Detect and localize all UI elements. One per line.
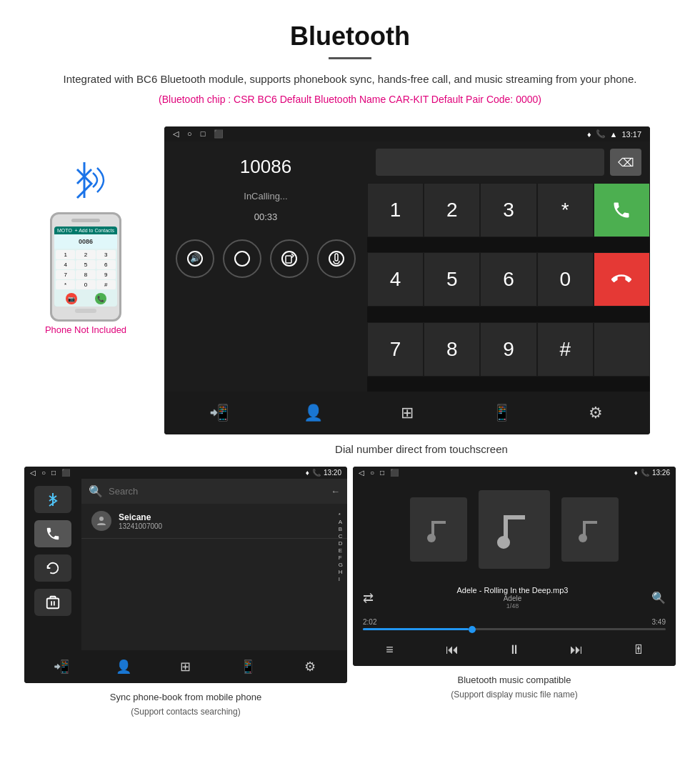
pb-delete-icon[interactable] (34, 589, 71, 616)
pb-phone-icon[interactable] (34, 520, 71, 547)
numpad-grid: 1 2 3 * 4 5 6 0 (367, 183, 650, 392)
bluetooth-specs: (Bluetooth chip : CSR BC6 Default Blueto… (29, 94, 671, 105)
music-time-current: 2:02 (363, 618, 376, 626)
sidebar-bluetooth-icon (44, 491, 61, 508)
music-call: 📞 (641, 469, 649, 477)
nav-menu: ⬛ (214, 129, 224, 139)
music-progress-bar[interactable] (363, 628, 666, 630)
pb-back-arrow[interactable]: ← (331, 486, 340, 497)
pb-contact-name: Seicane (119, 512, 162, 522)
numpad-6[interactable]: 6 (480, 252, 536, 307)
volume-up-icon: + 🔊 (186, 250, 204, 267)
sidebar-refresh-icon (45, 560, 61, 576)
music-equalizer-icon[interactable]: 🎚 (624, 639, 653, 660)
pb-status-bar: ◁ ○ □ ⬛ ♦ 📞 13:20 (24, 467, 347, 479)
music-search-icon[interactable]: 🔍 (651, 591, 666, 605)
pb-bottom-settings[interactable]: ⚙ (296, 656, 324, 677)
numpad-8[interactable]: 8 (424, 322, 480, 377)
dialer-btn-2: 2 (76, 250, 95, 259)
pb-status-right: ♦ 📞 13:20 (306, 469, 341, 477)
volume-up-btn[interactable]: + 🔊 (176, 239, 214, 278)
call-icon: 📞 (596, 129, 606, 139)
call-red-icon (611, 269, 631, 289)
pb-bottom-bar: 📲 👤 ⊞ 📱 ⚙ (24, 650, 347, 683)
music-track-name: Adele - Rolling In the Deep.mp3 (374, 586, 651, 595)
call-red-btn[interactable] (594, 252, 650, 307)
nav-back: ◁ (173, 129, 179, 139)
pb-search-input[interactable] (109, 486, 325, 497)
pb-call: 📞 (312, 469, 321, 477)
alpha-d: D (339, 540, 343, 547)
bottom-dialpad-icon[interactable]: ⊞ (386, 399, 429, 427)
numpad-3[interactable]: 3 (480, 183, 536, 237)
numpad-9[interactable]: 9 (480, 322, 536, 377)
call-green-btn[interactable] (594, 183, 650, 237)
numpad-star[interactable]: * (537, 183, 594, 237)
numpad-1[interactable]: 1 (367, 183, 424, 237)
music-caption-text: Bluetooth music compatible (458, 675, 571, 685)
svg-rect-6 (286, 256, 291, 263)
dial-input-field[interactable] (376, 149, 604, 176)
dial-delete-btn[interactable]: ⌫ (610, 149, 641, 176)
bottom-contact-icon[interactable]: 👤 (291, 399, 334, 427)
bottom-phone-icon[interactable]: 📲 (197, 399, 240, 427)
pb-location: ♦ (306, 469, 309, 477)
dial-caption: Dial number direct from touchscreen (164, 434, 679, 467)
dial-left-panel: 10086 InCalling... 00:33 + 🔊 (164, 141, 367, 392)
numpad-7[interactable]: 7 (367, 322, 424, 377)
dial-input-row: ⌫ (367, 141, 650, 183)
pb-status-left: ◁ ○ □ ⬛ (30, 469, 70, 477)
phone-mockup: MOTO + Add to Contacts 0086 1 2 3 4 5 6 … (50, 212, 121, 322)
music-play-icon[interactable]: ⏸ (500, 639, 529, 660)
music-playlist-icon[interactable]: ≡ (376, 639, 404, 660)
phonebook-screen: ◁ ○ □ ⬛ ♦ 📞 13:20 (24, 467, 347, 683)
phone-section: MOTO + Add to Contacts 0086 1 2 3 4 5 6 … (21, 126, 150, 335)
music-next-icon[interactable]: ⏭ (562, 639, 591, 660)
music-prev-icon[interactable]: ⏮ (438, 639, 466, 660)
bluetooth-svg-icon (57, 155, 114, 205)
dialer-btn-7: 7 (56, 270, 75, 279)
main-content: MOTO + Add to Contacts 0086 1 2 3 4 5 6 … (0, 126, 700, 467)
pb-contact-info: Seicane 13241007000 (119, 512, 162, 530)
pb-sidebar (24, 479, 81, 650)
transfer-btn[interactable] (270, 239, 309, 278)
numpad-2[interactable]: 2 (424, 183, 480, 237)
pb-bottom-transfer[interactable]: 📱 (234, 656, 262, 677)
alpha-c: C (339, 533, 343, 539)
dialer-btn-3: 3 (96, 250, 116, 259)
pb-bottom-grid[interactable]: ⊞ (171, 656, 200, 677)
pb-refresh-icon[interactable] (34, 554, 71, 582)
pb-search-icon: 🔍 (89, 484, 103, 498)
music-album-art-left (410, 497, 467, 562)
phone-not-included-label: Phone Not Included (45, 324, 126, 335)
svg-rect-19 (504, 515, 525, 519)
numpad-0-sym[interactable]: 0 (537, 252, 594, 307)
pb-bottom-phone[interactable]: 📲 (47, 656, 76, 677)
alpha-g: G (339, 562, 343, 568)
music-caption: Bluetooth music compatible (Support disp… (350, 666, 679, 705)
alpha-f: F (339, 554, 343, 561)
bottom-settings-icon[interactable]: ⚙ (574, 399, 617, 427)
volume-down-btn[interactable] (223, 239, 261, 278)
numpad-hash[interactable]: # (537, 322, 594, 377)
numpad-4[interactable]: 4 (367, 252, 424, 307)
pb-time: 13:20 (324, 469, 341, 477)
svg-rect-16 (431, 521, 446, 524)
mute-btn[interactable] (317, 239, 356, 278)
dialer-btn-9: 9 (96, 270, 116, 279)
pb-bt-icon[interactable] (34, 486, 71, 513)
dial-controls: + 🔊 (176, 239, 356, 278)
pb-bottom-contact[interactable]: 👤 (109, 656, 138, 677)
music-shuffle-icon[interactable]: ⇄ (363, 590, 374, 606)
pb-contact-row[interactable]: Seicane 13241007000 (81, 504, 347, 539)
numpad-5[interactable]: 5 (424, 252, 480, 307)
music-progress-dot (469, 626, 476, 633)
bottom-transfer-icon[interactable]: 📱 (480, 399, 523, 427)
music-time-total: 3:49 (652, 618, 666, 626)
phone-top-bar: MOTO + Add to Contacts (54, 227, 117, 234)
music-time-row: 2:02 3:49 (363, 618, 666, 626)
music-album-art-main (479, 490, 550, 569)
music-note-right-icon (576, 515, 604, 544)
music-nav-back: ◁ (359, 469, 364, 477)
svg-point-13 (99, 517, 104, 521)
